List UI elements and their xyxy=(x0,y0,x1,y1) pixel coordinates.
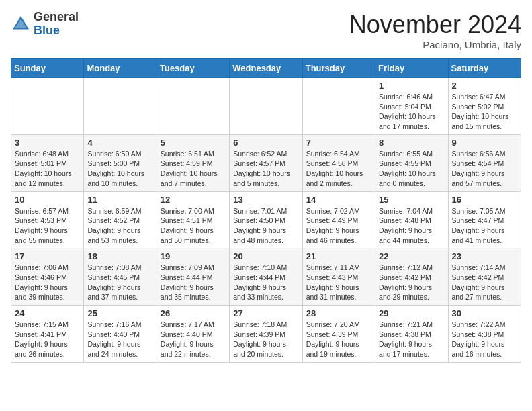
day-number: 22 xyxy=(379,251,444,261)
day-number: 14 xyxy=(306,195,371,205)
day-info: Sunrise: 7:16 AMSunset: 4:40 PMDaylight:… xyxy=(87,320,152,359)
calendar-cell: 5Sunrise: 6:51 AMSunset: 4:59 PMDaylight… xyxy=(157,134,229,191)
day-header-sunday: Sunday xyxy=(11,59,84,78)
calendar-cell: 20Sunrise: 7:10 AMSunset: 4:44 PMDayligh… xyxy=(230,248,302,306)
day-header-wednesday: Wednesday xyxy=(230,59,302,78)
calendar-cell xyxy=(230,78,302,135)
day-number: 8 xyxy=(379,138,444,148)
day-number: 21 xyxy=(306,251,371,261)
logo-blue: Blue xyxy=(34,24,60,37)
calendar-cell: 28Sunrise: 7:20 AMSunset: 4:39 PMDayligh… xyxy=(302,306,375,363)
day-number: 6 xyxy=(233,138,298,148)
day-info: Sunrise: 7:00 AMSunset: 4:51 PMDaylight:… xyxy=(161,206,226,246)
calendar-cell: 10Sunrise: 6:57 AMSunset: 4:53 PMDayligh… xyxy=(11,191,84,248)
day-number: 28 xyxy=(306,308,371,318)
calendar-cell: 23Sunrise: 7:14 AMSunset: 4:42 PMDayligh… xyxy=(448,248,521,306)
day-info: Sunrise: 6:59 AMSunset: 4:52 PMDaylight:… xyxy=(87,206,152,246)
day-info: Sunrise: 7:06 AMSunset: 4:46 PMDaylight:… xyxy=(15,263,80,302)
day-number: 15 xyxy=(379,195,444,205)
day-number: 19 xyxy=(161,251,226,261)
day-info: Sunrise: 7:09 AMSunset: 4:44 PMDaylight:… xyxy=(161,263,226,302)
day-info: Sunrise: 7:18 AMSunset: 4:39 PMDaylight:… xyxy=(233,320,298,359)
calendar-cell xyxy=(11,78,84,135)
calendar-cell xyxy=(302,78,375,135)
day-info: Sunrise: 6:51 AMSunset: 4:59 PMDaylight:… xyxy=(161,149,226,189)
logo-general: General xyxy=(34,10,79,24)
month-title: November 2024 xyxy=(349,11,521,39)
day-info: Sunrise: 6:47 AMSunset: 5:02 PMDaylight:… xyxy=(452,92,517,132)
logo: General Blue xyxy=(11,11,79,38)
day-number: 5 xyxy=(161,138,226,148)
day-number: 30 xyxy=(452,308,517,318)
calendar-cell: 24Sunrise: 7:15 AMSunset: 4:41 PMDayligh… xyxy=(11,306,84,363)
page-header: General Blue November 2024 Paciano, Umbr… xyxy=(11,11,521,50)
calendar-cell: 21Sunrise: 7:11 AMSunset: 4:43 PMDayligh… xyxy=(302,248,375,306)
day-number: 27 xyxy=(233,308,298,318)
day-info: Sunrise: 6:54 AMSunset: 4:56 PMDaylight:… xyxy=(306,149,371,189)
calendar-cell: 13Sunrise: 7:01 AMSunset: 4:50 PMDayligh… xyxy=(230,191,302,248)
day-number: 18 xyxy=(87,251,152,261)
calendar-cell xyxy=(157,78,229,135)
day-info: Sunrise: 6:56 AMSunset: 4:54 PMDaylight:… xyxy=(452,149,517,189)
calendar-cell: 12Sunrise: 7:00 AMSunset: 4:51 PMDayligh… xyxy=(157,191,229,248)
calendar-cell: 16Sunrise: 7:05 AMSunset: 4:47 PMDayligh… xyxy=(448,191,521,248)
day-number: 9 xyxy=(452,138,517,148)
day-number: 23 xyxy=(452,251,517,261)
calendar-cell: 30Sunrise: 7:22 AMSunset: 4:38 PMDayligh… xyxy=(448,306,521,363)
day-info: Sunrise: 7:21 AMSunset: 4:38 PMDaylight:… xyxy=(379,320,444,359)
day-info: Sunrise: 7:17 AMSunset: 4:40 PMDaylight:… xyxy=(161,320,226,359)
day-info: Sunrise: 7:12 AMSunset: 4:42 PMDaylight:… xyxy=(379,263,444,302)
day-number: 11 xyxy=(87,195,152,205)
calendar-cell: 14Sunrise: 7:02 AMSunset: 4:49 PMDayligh… xyxy=(302,191,375,248)
day-info: Sunrise: 7:10 AMSunset: 4:44 PMDaylight:… xyxy=(233,263,298,302)
day-info: Sunrise: 7:22 AMSunset: 4:38 PMDaylight:… xyxy=(452,320,517,359)
calendar-cell: 11Sunrise: 6:59 AMSunset: 4:52 PMDayligh… xyxy=(84,191,157,248)
day-number: 17 xyxy=(15,251,80,261)
calendar-cell: 1Sunrise: 6:46 AMSunset: 5:04 PMDaylight… xyxy=(375,78,448,135)
day-number: 3 xyxy=(15,138,80,148)
day-number: 1 xyxy=(379,81,444,91)
day-info: Sunrise: 6:55 AMSunset: 4:55 PMDaylight:… xyxy=(379,149,444,189)
calendar-cell: 8Sunrise: 6:55 AMSunset: 4:55 PMDaylight… xyxy=(375,134,448,191)
logo-text: General Blue xyxy=(34,11,79,38)
calendar-cell: 17Sunrise: 7:06 AMSunset: 4:46 PMDayligh… xyxy=(11,248,84,306)
calendar-cell: 18Sunrise: 7:08 AMSunset: 4:45 PMDayligh… xyxy=(84,248,157,306)
day-number: 20 xyxy=(233,251,298,261)
day-number: 10 xyxy=(15,195,80,205)
day-info: Sunrise: 7:20 AMSunset: 4:39 PMDaylight:… xyxy=(306,320,371,359)
calendar-header-row: SundayMondayTuesdayWednesdayThursdayFrid… xyxy=(11,59,521,78)
day-number: 24 xyxy=(15,308,80,318)
calendar-week-2: 3Sunrise: 6:48 AMSunset: 5:01 PMDaylight… xyxy=(11,134,521,191)
day-info: Sunrise: 7:15 AMSunset: 4:41 PMDaylight:… xyxy=(15,320,80,359)
calendar-cell: 3Sunrise: 6:48 AMSunset: 5:01 PMDaylight… xyxy=(11,134,84,191)
calendar-cell: 15Sunrise: 7:04 AMSunset: 4:48 PMDayligh… xyxy=(375,191,448,248)
day-info: Sunrise: 7:02 AMSunset: 4:49 PMDaylight:… xyxy=(306,206,371,246)
location: Paciano, Umbria, Italy xyxy=(349,39,521,50)
day-number: 4 xyxy=(87,138,152,148)
calendar-cell: 22Sunrise: 7:12 AMSunset: 4:42 PMDayligh… xyxy=(375,248,448,306)
day-info: Sunrise: 7:01 AMSunset: 4:50 PMDaylight:… xyxy=(233,206,298,246)
calendar-week-3: 10Sunrise: 6:57 AMSunset: 4:53 PMDayligh… xyxy=(11,191,521,248)
day-info: Sunrise: 6:48 AMSunset: 5:01 PMDaylight:… xyxy=(15,149,80,189)
day-number: 16 xyxy=(452,195,517,205)
day-number: 12 xyxy=(161,195,226,205)
day-number: 25 xyxy=(87,308,152,318)
day-header-thursday: Thursday xyxy=(302,59,375,78)
calendar-cell: 26Sunrise: 7:17 AMSunset: 4:40 PMDayligh… xyxy=(157,306,229,363)
logo-icon xyxy=(11,14,31,34)
calendar-cell: 29Sunrise: 7:21 AMSunset: 4:38 PMDayligh… xyxy=(375,306,448,363)
day-info: Sunrise: 7:14 AMSunset: 4:42 PMDaylight:… xyxy=(452,263,517,302)
calendar-week-5: 24Sunrise: 7:15 AMSunset: 4:41 PMDayligh… xyxy=(11,306,521,363)
calendar-cell: 27Sunrise: 7:18 AMSunset: 4:39 PMDayligh… xyxy=(230,306,302,363)
calendar-cell: 25Sunrise: 7:16 AMSunset: 4:40 PMDayligh… xyxy=(84,306,157,363)
day-header-monday: Monday xyxy=(84,59,157,78)
day-info: Sunrise: 6:52 AMSunset: 4:57 PMDaylight:… xyxy=(233,149,298,189)
calendar-cell xyxy=(84,78,157,135)
calendar-cell: 7Sunrise: 6:54 AMSunset: 4:56 PMDaylight… xyxy=(302,134,375,191)
calendar-cell: 4Sunrise: 6:50 AMSunset: 5:00 PMDaylight… xyxy=(84,134,157,191)
title-block: November 2024 Paciano, Umbria, Italy xyxy=(349,11,521,50)
day-number: 7 xyxy=(306,138,371,148)
day-info: Sunrise: 7:05 AMSunset: 4:47 PMDaylight:… xyxy=(452,206,517,246)
calendar-cell: 9Sunrise: 6:56 AMSunset: 4:54 PMDaylight… xyxy=(448,134,521,191)
day-info: Sunrise: 7:04 AMSunset: 4:48 PMDaylight:… xyxy=(379,206,444,246)
